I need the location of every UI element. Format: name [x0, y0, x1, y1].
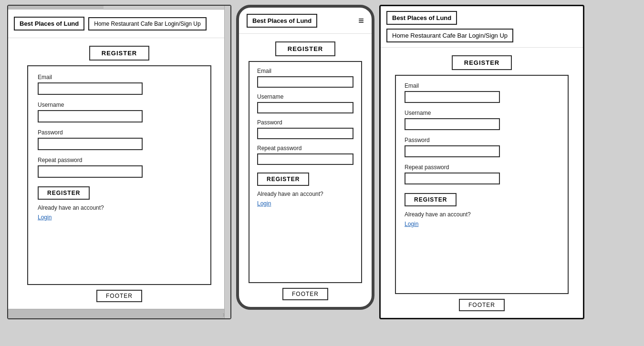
register-heading-mobile: REGISTER — [275, 41, 335, 56]
nav-links[interactable]: Home Restaurant Cafe Bar Login/Sign Up — [88, 17, 206, 31]
navbar-mobile: Best Places of Lund ≡ — [239, 8, 372, 34]
username-input-mobile[interactable] — [257, 102, 353, 113]
username-label-mobile: Username — [257, 93, 353, 100]
footer-label: FOOTER — [96, 290, 142, 302]
email-label-mobile: Email — [257, 68, 353, 74]
username-label: Username — [38, 102, 201, 108]
footer-label-mobile: FOOTER — [282, 288, 328, 300]
register-heading-tablet: REGISTER — [452, 55, 512, 70]
register-heading: REGISTER — [89, 46, 149, 61]
repeat-password-group-tablet: Repeat password — [405, 164, 559, 184]
login-link-tablet[interactable]: Login — [405, 221, 559, 227]
repeat-password-label-tablet: Repeat password — [405, 164, 559, 171]
email-group: Email — [38, 74, 201, 95]
login-link[interactable]: Login — [38, 214, 201, 221]
repeat-password-label: Repeat password — [38, 157, 201, 163]
page-heading-desktop: REGISTER — [8, 38, 230, 65]
password-label-tablet: Password — [405, 137, 559, 143]
password-label-mobile: Password — [257, 119, 353, 126]
repeat-password-group: Repeat password — [38, 157, 201, 178]
username-group-mobile: Username — [257, 93, 353, 113]
nav-brand[interactable]: Best Places of Lund — [14, 17, 84, 31]
footer-tablet: FOOTER — [381, 294, 583, 318]
email-input[interactable] — [38, 82, 143, 95]
password-group-tablet: Password — [405, 137, 559, 157]
navbar-tablet: Best Places of Lund Home Restaurant Cafe… — [381, 6, 583, 48]
email-label-tablet: Email — [405, 82, 559, 89]
email-group-mobile: Email — [257, 68, 353, 88]
username-input[interactable] — [38, 110, 143, 122]
password-group: Password — [38, 129, 201, 150]
frame-tablet: Best Places of Lund Home Restaurant Cafe… — [379, 5, 584, 319]
repeat-password-label-mobile: Repeat password — [257, 145, 353, 152]
password-label: Password — [38, 129, 201, 136]
footer-mobile: FOOTER — [239, 283, 372, 307]
footer-label-tablet: FOOTER — [459, 299, 505, 311]
email-label: Email — [38, 74, 201, 81]
already-text-tablet: Already have an account? — [405, 211, 559, 218]
username-group: Username — [38, 102, 201, 122]
register-button-mobile[interactable]: REGISTER — [257, 173, 309, 186]
password-input-tablet[interactable] — [405, 145, 500, 157]
footer-desktop: FOOTER — [8, 285, 230, 309]
email-group-tablet: Email — [405, 82, 559, 103]
email-input-mobile[interactable] — [257, 76, 353, 88]
form-tablet: Email Username Password Repeat password … — [395, 75, 569, 294]
page-heading-mobile: REGISTER — [239, 34, 372, 61]
form-mobile: Email Username Password Repeat password … — [249, 61, 362, 283]
repeat-password-group-mobile: Repeat password — [257, 145, 353, 165]
register-button[interactable]: REGISTER — [38, 186, 90, 200]
frame-desktop: Best Places of Lund Home Restaurant Cafe… — [7, 5, 231, 319]
repeat-password-input-mobile[interactable] — [257, 153, 353, 165]
already-text-mobile: Already have an account? — [257, 191, 353, 197]
email-input-tablet[interactable] — [405, 91, 500, 103]
navbar-desktop: Best Places of Lund Home Restaurant Cafe… — [8, 10, 230, 38]
scroll-bar-top — [8, 6, 230, 10]
nav-links-tablet[interactable]: Home Restaurant Cafe Bar Login/Sign Up — [386, 29, 513, 42]
bottom-bar — [8, 309, 230, 318]
already-text: Already have an account? — [38, 204, 201, 211]
login-link-mobile[interactable]: Login — [257, 200, 353, 207]
repeat-password-input[interactable] — [38, 165, 143, 178]
form-desktop: Email Username Password Repeat password … — [27, 65, 211, 285]
password-group-mobile: Password — [257, 119, 353, 139]
frame-mobile: Best Places of Lund ≡ REGISTER Email Use… — [236, 5, 374, 310]
username-input-tablet[interactable] — [405, 118, 500, 130]
nav-brand-mobile[interactable]: Best Places of Lund — [247, 14, 317, 28]
register-button-tablet[interactable]: REGISTER — [405, 193, 457, 206]
nav-brand-tablet[interactable]: Best Places of Lund — [386, 11, 457, 25]
password-input[interactable] — [38, 138, 143, 150]
username-label-tablet: Username — [405, 110, 559, 116]
repeat-password-input-tablet[interactable] — [405, 173, 500, 184]
hamburger-icon[interactable]: ≡ — [358, 16, 364, 25]
username-group-tablet: Username — [405, 110, 559, 130]
wireframe-container: Best Places of Lund Home Restaurant Cafe… — [0, 0, 644, 346]
password-input-mobile[interactable] — [257, 128, 353, 139]
page-heading-tablet: REGISTER — [381, 48, 583, 75]
